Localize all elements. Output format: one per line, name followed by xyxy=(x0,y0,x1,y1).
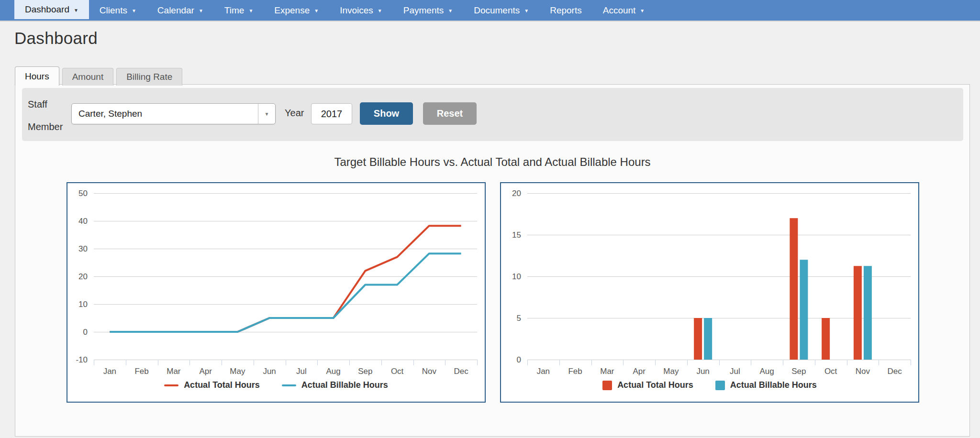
x-axis-tick-label: Oct xyxy=(391,367,404,376)
nav-item-expense[interactable]: Expense▼ xyxy=(264,0,329,21)
y-axis-tick-label: 0 xyxy=(517,355,521,364)
x-axis-tick-label: Feb xyxy=(134,367,148,376)
legend-swatch-actual-total-hours xyxy=(164,384,178,386)
legend-label: Actual Total Hours xyxy=(617,380,693,390)
x-axis-tick-label: Mar xyxy=(167,367,181,376)
x-axis-tick-label: Aug xyxy=(760,367,774,376)
line-chart-legend: Actual Total HoursActual Billable Hours xyxy=(67,380,485,390)
staff-member-select[interactable]: Carter, Stephen ▼ xyxy=(71,103,276,124)
x-axis-tick-label: Sep xyxy=(791,367,806,376)
nav-item-label: Account xyxy=(603,5,636,16)
x-axis-tick-label: Feb xyxy=(568,367,582,376)
x-axis-tick-label: Jan xyxy=(537,367,550,376)
nav-item-label: Invoices xyxy=(340,5,373,16)
x-axis-tick-label: Mar xyxy=(600,367,614,376)
filter-bar: Staff Member Carter, Stephen ▼ Year Show… xyxy=(22,88,963,141)
legend-swatch-actual-billable-hours xyxy=(715,381,725,390)
legend-item: Actual Billable Hours xyxy=(282,380,388,390)
y-axis-tick-label: 10 xyxy=(78,300,88,309)
nav-item-label: Payments xyxy=(403,5,444,16)
nav-item-label: Documents xyxy=(474,5,520,16)
chevron-down-icon: ▼ xyxy=(132,8,136,13)
nav-item-label: Calendar xyxy=(157,5,194,16)
bar-chart-panel: 05101520JanFebMarAprMayJunJulAugSepOctNo… xyxy=(500,182,919,403)
gridlines xyxy=(94,194,477,360)
reset-button[interactable]: Reset xyxy=(423,102,477,125)
x-axis-ticks xyxy=(94,360,478,365)
x-axis-ticks xyxy=(528,360,911,365)
y-axis-tick-label: 0 xyxy=(83,328,88,337)
x-axis-tick-label: Jul xyxy=(296,367,307,376)
nav-item-label: Dashboard xyxy=(25,4,69,15)
chevron-down-icon: ▼ xyxy=(448,8,453,13)
x-axis-tick-label: Oct xyxy=(824,367,837,376)
staff-member-select-value: Carter, Stephen xyxy=(72,109,258,119)
x-axis-tick-label: Nov xyxy=(856,367,870,376)
y-axis-tick-label: 15 xyxy=(512,230,521,240)
x-axis-tick-label: May xyxy=(663,367,679,376)
nav-item-documents[interactable]: Documents▼ xyxy=(463,0,539,21)
nav-item-label: Time xyxy=(224,5,245,16)
show-button[interactable]: Show xyxy=(360,102,413,125)
legend-label: Actual Billable Hours xyxy=(730,380,817,390)
y-axis-tick-label: 50 xyxy=(78,189,88,198)
x-axis-tick-label: Jun xyxy=(263,367,276,376)
chart-title: Target Billable Hours vs. Actual Total a… xyxy=(15,155,969,169)
bar-chart-legend: Actual Total HoursActual Billable Hours xyxy=(501,380,918,390)
tab-billing-rate[interactable]: Billing Rate xyxy=(116,68,182,86)
year-label: Year xyxy=(285,108,304,119)
chevron-down-icon: ▼ xyxy=(248,8,253,13)
x-axis-tick-label: May xyxy=(230,367,245,376)
tab-amount[interactable]: Amount xyxy=(62,68,113,86)
y-axis-tick-label: 40 xyxy=(78,217,88,226)
year-input[interactable] xyxy=(311,103,352,124)
nav-item-account[interactable]: Account▼ xyxy=(592,0,656,21)
series-bar-actual-billable-hours xyxy=(704,318,712,360)
x-axis-tick-label: Aug xyxy=(326,367,341,376)
nav-item-dashboard[interactable]: Dashboard▼ xyxy=(14,0,89,19)
line-chart-panel: -1001020304050JanFebMarAprMayJunJulAugSe… xyxy=(67,182,486,403)
series-line-actual-billable-hours xyxy=(110,253,461,332)
nav-item-label: Clients xyxy=(100,5,127,16)
nav-item-calendar[interactable]: Calendar▼ xyxy=(147,0,214,21)
nav-item-label: Reports xyxy=(550,5,582,16)
y-axis-tick-label: 10 xyxy=(512,272,521,281)
nav-item-reports[interactable]: Reports xyxy=(539,0,592,21)
x-axis-tick-label: Nov xyxy=(422,367,437,376)
series-bar-actual-total-hours xyxy=(822,318,830,360)
chevron-down-icon: ▼ xyxy=(640,8,645,13)
nav-item-label: Expense xyxy=(274,5,310,16)
x-axis-tick-label: Dec xyxy=(454,367,469,376)
series-line-actual-total-hours xyxy=(110,226,461,332)
top-nav: Dashboard▼Clients▼Calendar▼Time▼Expense▼… xyxy=(0,0,980,22)
nav-item-time[interactable]: Time▼ xyxy=(214,0,264,21)
tab-content-panel: Staff Member Carter, Stephen ▼ Year Show… xyxy=(15,84,970,437)
page-title: Dashboard xyxy=(14,29,98,48)
tab-hours[interactable]: Hours xyxy=(15,66,59,86)
x-axis-tick-label: Dec xyxy=(888,367,902,376)
y-axis-tick-label: 5 xyxy=(517,314,521,323)
nav-item-invoices[interactable]: Invoices▼ xyxy=(329,0,393,21)
x-axis-tick-label: Sep xyxy=(358,367,372,376)
legend-item: Actual Total Hours xyxy=(164,380,260,390)
series-bar-actual-total-hours xyxy=(854,266,862,360)
line-chart: -1001020304050JanFebMarAprMayJunJulAugSe… xyxy=(67,183,485,402)
chevron-down-icon: ▼ xyxy=(74,8,78,13)
series-bar-actual-billable-hours xyxy=(800,260,808,360)
chevron-down-icon: ▼ xyxy=(314,8,319,13)
nav-item-payments[interactable]: Payments▼ xyxy=(393,0,463,21)
chevron-down-icon[interactable]: ▼ xyxy=(258,104,275,124)
x-axis-tick-label: Jan xyxy=(103,367,116,376)
nav-item-clients[interactable]: Clients▼ xyxy=(89,0,147,21)
tab-bar: HoursAmountBilling Rate xyxy=(15,66,182,86)
legend-swatch-actual-total-hours xyxy=(602,381,612,390)
legend-label: Actual Total Hours xyxy=(184,380,260,390)
chevron-down-icon: ▼ xyxy=(378,8,382,13)
y-axis-tick-label: 20 xyxy=(78,272,88,281)
y-axis-tick-label: 30 xyxy=(78,244,88,253)
x-axis-tick-label: Jul xyxy=(730,367,740,376)
staff-member-label: Staff Member xyxy=(28,93,66,138)
series-bar-actual-total-hours xyxy=(694,318,702,360)
legend-label: Actual Billable Hours xyxy=(301,380,388,390)
series-bar-actual-billable-hours xyxy=(864,266,872,360)
